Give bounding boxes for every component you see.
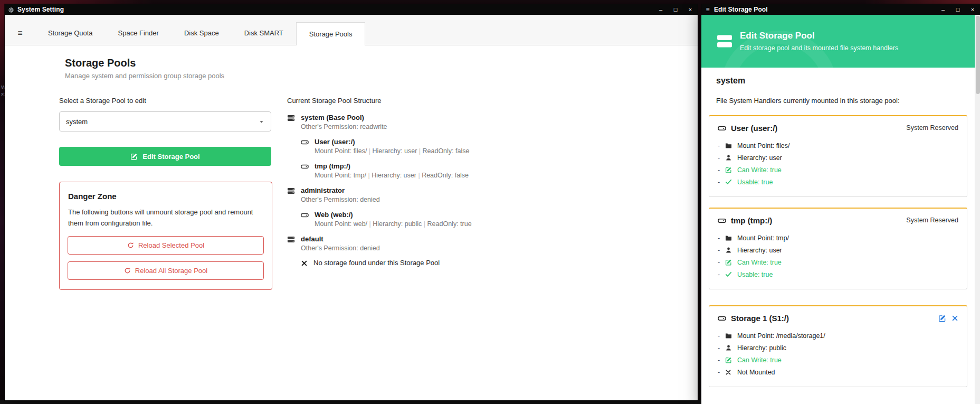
system-setting-titlebar[interactable]: System Setting – □ × [5,4,698,15]
tab-storage-pools[interactable]: Storage Pools [296,22,366,45]
edit-storage-pool-window: ≡ Edit Storage Pool – □ × Edit Storage P… [701,4,980,404]
user-icon [725,344,733,351]
handler-card-user: User (user:/) System Reserved Mount Poin… [709,115,967,197]
selected-pool-value: system [66,118,259,126]
pool-name-heading: system [716,76,967,86]
header-subtitle: Edit storage pool and its mounted file s… [740,44,898,52]
refresh-icon [124,267,131,274]
server-icon [287,186,296,195]
tab-disk-smart[interactable]: Disk SMART [232,22,296,45]
storage-name: tmp (tmp:/) [315,162,469,171]
danger-zone-panel: Danger Zone The following buttons will u… [59,182,272,290]
edit-icon [130,153,138,160]
tree-pool-administrator: administrator Other's Permission: denied… [287,186,698,229]
hierarchy-item: Hierarchy: public [718,342,958,354]
storage-name: User (user:/) [315,137,469,146]
danger-zone-description: The following buttons will unmount stora… [68,207,254,229]
reload-selected-pool-button[interactable]: Reload Selected Pool [68,236,264,255]
edit-storage-pool-button[interactable]: Edit Storage Pool [59,147,271,166]
handler-card-storage1: Storage 1 (S1:/) Mount Point: /media/sto… [709,305,967,387]
tab-space-finder[interactable]: Space Finder [106,22,172,45]
hamburger-icon: ≡ [701,6,714,13]
tab-storage-quota[interactable]: Storage Quota [35,22,106,45]
maximize-button[interactable]: □ [950,4,965,15]
server-icon [287,235,296,243]
storage-details: Mount Point: web/ | Hierarchy: public | … [315,220,472,229]
system-reserved-badge: System Reserved [906,124,958,131]
hdd-icon [718,215,726,225]
danger-zone-title: Danger Zone [68,192,264,201]
edit-pool-header: Edit Storage Pool Edit storage pool and … [701,15,980,68]
handler-name: User (user:/) [731,124,906,133]
user-icon [725,154,733,161]
tab-disk-space[interactable]: Disk Space [172,22,232,45]
select-pool-label: Select a Storage Pool to edit [59,97,271,105]
desktop-icon-label-fragment: xt [1,91,5,97]
close-button[interactable]: × [683,4,698,15]
server-icon [287,114,296,122]
storage-details: Mount Point: files/ | Hierarchy: user | … [315,147,469,156]
chevron-down-icon [259,118,264,125]
page-subtitle: Manage system and permission group stora… [65,72,698,80]
storage-pool-tree: system (Base Pool) Other's Permission: r… [287,113,698,267]
tree-storage-web: Web (web:/) Mount Point: web/ | Hierarch… [301,210,698,229]
mount-point-item: Mount Point: files/ [718,139,958,152]
maximize-button[interactable]: □ [668,4,683,15]
handler-card-tmp: tmp (tmp:/) System Reserved Mount Point:… [709,208,967,289]
refresh-icon [127,242,134,249]
pool-name: administrator [301,186,380,195]
window-title: System Setting [17,6,653,13]
mount-point-item: Mount Point: /media/storage1/ [718,330,958,342]
edit-icon [725,166,733,173]
storage-name: Web (web:/) [315,210,472,219]
mount-point-item: Mount Point: tmp/ [718,232,958,244]
handler-name: tmp (tmp:/) [731,216,906,225]
edit-icon [725,356,733,363]
hdd-icon [718,313,726,323]
storage-details: Mount Point: tmp/ | Hierarchy: user | Re… [315,171,469,180]
can-write-item: Can Write: true [718,164,958,176]
tab-bar: ≡ Storage Quota Space Finder Disk Space … [5,15,698,45]
storage-pool-select[interactable]: system [59,111,271,131]
pool-name: default [301,234,380,243]
x-icon [301,259,308,267]
scrollbar-thumb[interactable] [976,16,980,94]
can-write-item: Can Write: true [718,256,958,268]
system-reserved-badge: System Reserved [906,217,958,224]
check-icon [725,178,733,185]
usable-item: Usable: true [718,268,958,280]
edit-handler-button[interactable] [938,314,946,322]
edit-icon [725,259,733,266]
hdd-icon [301,162,310,171]
menu-button[interactable]: ≡ [5,22,35,45]
check-icon [725,271,733,278]
minimize-button[interactable]: – [653,4,668,15]
pool-permission: Other's Permission: denied [301,195,380,204]
minimize-button[interactable]: – [936,4,950,15]
hdd-icon [301,211,310,219]
usable-item: Usable: true [718,176,958,188]
scrollbar[interactable] [975,15,980,404]
pool-permission: Other's Permission: readwrite [301,123,387,131]
folder-icon [725,234,733,241]
edit-pool-titlebar[interactable]: ≡ Edit Storage Pool – □ × [701,4,980,15]
close-button[interactable]: × [965,4,980,15]
remove-handler-button[interactable] [952,315,958,322]
folder-icon [725,142,733,149]
gear-icon [5,6,17,13]
tree-storage-user: User (user:/) Mount Point: files/ | Hier… [301,137,698,156]
structure-label: Current Storage Pool Structure [287,97,698,105]
pool-permission: Other's Permission: denied [301,244,380,253]
hierarchy-item: Hierarchy: user [718,152,958,164]
hdd-icon [301,138,310,146]
tree-pool-system: system (Base Pool) Other's Permission: r… [287,113,698,180]
hierarchy-item: Hierarchy: user [718,244,958,256]
handler-name: Storage 1 (S1:/) [731,314,938,323]
system-setting-window: System Setting – □ × ≡ Storage Quota Spa… [5,4,698,400]
folder-icon [725,332,733,339]
x-icon [725,369,733,375]
reload-all-pools-button[interactable]: Reload All Storage Pool [68,261,264,280]
server-stack-icon [716,33,733,50]
tree-pool-default: default Other's Permission: denied No st… [287,234,698,267]
not-mounted-item: Not Mounted [718,366,958,378]
